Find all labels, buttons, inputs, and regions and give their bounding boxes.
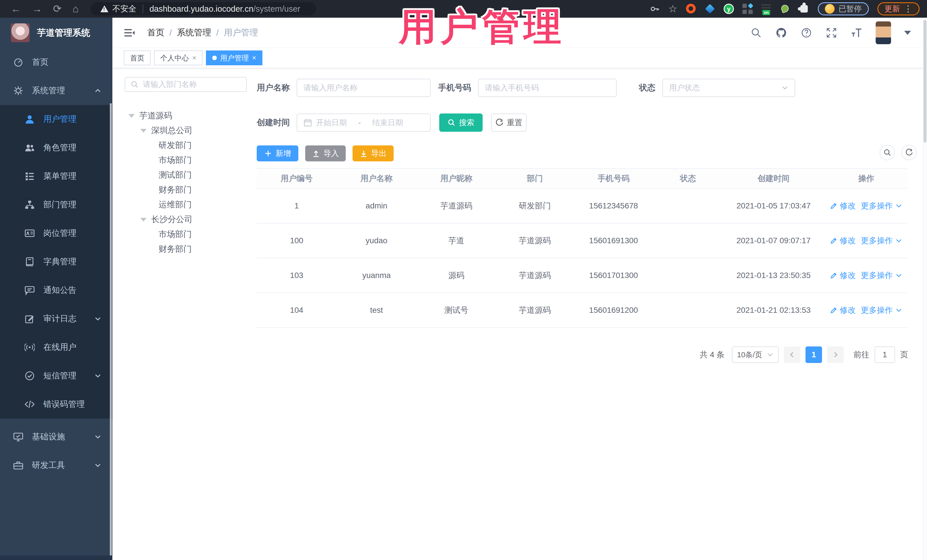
tab-user-mgmt[interactable]: 用户管理 ×: [206, 50, 263, 65]
address-bar[interactable]: 不安全 dashboard.yudao.iocoder.cn /system/u…: [91, 2, 316, 15]
close-icon[interactable]: ×: [192, 54, 196, 62]
edit-link[interactable]: 修改: [830, 235, 856, 246]
tree-node[interactable]: 财务部门: [118, 182, 252, 197]
username-field[interactable]: [296, 79, 431, 97]
tab-home[interactable]: 首页: [124, 50, 150, 65]
refresh-table-button[interactable]: [901, 145, 917, 160]
font-size-icon[interactable]: [851, 27, 863, 39]
close-icon[interactable]: ×: [252, 54, 256, 62]
tree-node[interactable]: 市场部门: [118, 153, 252, 168]
tree-node[interactable]: 长沙分公司: [118, 212, 252, 227]
add-button[interactable]: 新增: [257, 146, 298, 161]
breadcrumb-home[interactable]: 首页: [147, 27, 164, 38]
reload-icon[interactable]: ⟳: [53, 0, 62, 18]
help-icon[interactable]: [800, 27, 812, 39]
tree-caret-icon[interactable]: [128, 114, 135, 118]
profile-paused-badge[interactable]: 已暂停: [818, 2, 869, 15]
sidebar-item-notice[interactable]: 通知公告: [0, 276, 112, 305]
fullscreen-icon[interactable]: [825, 27, 837, 39]
breadcrumb-system[interactable]: 系统管理: [177, 27, 211, 38]
sidebar-item-user-mgmt[interactable]: 用户管理: [0, 105, 112, 134]
extensions-puzzle-icon[interactable]: [799, 4, 809, 14]
export-button[interactable]: 导出: [353, 146, 394, 161]
chrome-update-button[interactable]: 更新 ⋮: [877, 2, 919, 15]
col-actions: 操作: [825, 173, 907, 184]
page-size-select[interactable]: 10条/页: [732, 346, 779, 363]
sidebar-scrollbar[interactable]: [110, 103, 112, 560]
date-range-picker[interactable]: 开始日期 - 结束日期: [296, 114, 431, 132]
cell-dept: 研发部门: [496, 200, 573, 211]
extension-tadpole-icon[interactable]: [780, 4, 790, 14]
sidebar-item-role-mgmt[interactable]: 角色管理: [0, 134, 112, 162]
more-actions-link[interactable]: 更多操作: [861, 235, 903, 246]
extension-orange-icon[interactable]: [686, 4, 696, 14]
user-avatar[interactable]: [876, 21, 891, 44]
search-button[interactable]: 搜索: [439, 114, 483, 132]
github-icon[interactable]: [775, 27, 787, 39]
sidebar-item-dev-tools[interactable]: 研发工具: [0, 451, 112, 480]
kebab-menu-icon[interactable]: ⋮: [904, 6, 912, 12]
more-actions-link[interactable]: 更多操作: [861, 200, 903, 211]
edit-link[interactable]: 修改: [830, 305, 856, 316]
tree-node[interactable]: 深圳总公司: [118, 123, 252, 138]
pencil-icon: [830, 307, 837, 314]
scrollbar-thumb[interactable]: [924, 20, 926, 143]
extension-blue-drop-icon[interactable]: [705, 4, 715, 14]
mobile-input[interactable]: [485, 83, 610, 93]
extension-green-y-icon[interactable]: y: [723, 4, 734, 14]
sidebar-item-dict-mgmt[interactable]: 字典管理: [0, 247, 112, 276]
dept-tree: 芋道源码 深圳总公司 研发部门 市场部门 测试部门 财务部门 运维部门 长沙分公…: [118, 108, 252, 256]
tab-profile[interactable]: 个人中心 ×: [154, 50, 202, 65]
next-page-button[interactable]: [827, 346, 844, 363]
sidebar-item-infra[interactable]: 基础设施: [0, 423, 112, 451]
sidebar-item-sms-mgmt[interactable]: 短信管理: [0, 361, 112, 390]
tree-node[interactable]: 芋道源码: [118, 108, 252, 123]
caret-down-icon[interactable]: [904, 31, 911, 35]
more-label: 更多操作: [861, 270, 893, 281]
reset-button[interactable]: 重置: [491, 114, 527, 132]
more-actions-link[interactable]: 更多操作: [861, 305, 903, 316]
prev-page-button[interactable]: [784, 346, 800, 363]
username-input[interactable]: [304, 83, 424, 93]
tree-node[interactable]: 测试部门: [118, 168, 252, 182]
key-icon[interactable]: [649, 4, 660, 14]
status-select[interactable]: 用户状态: [662, 79, 795, 97]
page-scrollbar[interactable]: [923, 18, 927, 560]
forward-icon[interactable]: →: [32, 0, 42, 18]
import-button[interactable]: 导入: [305, 146, 346, 161]
home-icon[interactable]: ⌂: [73, 0, 79, 18]
tree-caret-icon[interactable]: [140, 218, 147, 222]
dept-search-input[interactable]: [143, 80, 241, 89]
extension-tampermonkey-icon[interactable]: on: [761, 4, 772, 14]
tree-node[interactable]: 研发部门: [118, 138, 252, 153]
tree-node[interactable]: 财务部门: [118, 242, 252, 256]
sidebar-item-errcode-mgmt[interactable]: 错误码管理: [0, 390, 112, 419]
current-page-button[interactable]: 1: [805, 346, 822, 363]
tree-node[interactable]: 运维部门: [118, 197, 252, 212]
sidebar-item-dept-mgmt[interactable]: 部门管理: [0, 190, 112, 219]
edit-link[interactable]: 修改: [830, 200, 856, 211]
tree-node[interactable]: 市场部门: [118, 227, 252, 242]
dept-search-box[interactable]: [125, 77, 247, 92]
tree-node-label: 研发部门: [159, 140, 191, 151]
edit-link[interactable]: 修改: [830, 270, 856, 281]
bookmark-star-icon[interactable]: ☆: [668, 4, 678, 14]
logo-row[interactable]: 芋道管理系统: [0, 18, 112, 48]
goto-page-input[interactable]: [874, 346, 895, 363]
hamburger-icon[interactable]: [123, 27, 136, 39]
extension-grid-icon[interactable]: [742, 4, 753, 14]
mobile-field[interactable]: [478, 79, 617, 97]
sidebar-item-audit-log[interactable]: 审计日志: [0, 305, 112, 333]
chevron-down-icon: [94, 315, 102, 322]
sidebar-item-post-mgmt[interactable]: 岗位管理: [0, 219, 112, 247]
sidebar-item-home[interactable]: 首页: [0, 48, 112, 76]
back-icon[interactable]: ←: [11, 0, 21, 18]
sidebar-item-system[interactable]: 系统管理: [0, 76, 112, 105]
search-icon[interactable]: [750, 27, 762, 39]
more-actions-link[interactable]: 更多操作: [861, 270, 903, 281]
tree-caret-icon[interactable]: [140, 129, 147, 133]
sidebar-item-online-users[interactable]: 在线用户: [0, 333, 112, 361]
sidebar-item-menu-mgmt[interactable]: 菜单管理: [0, 162, 112, 190]
sidebar-footer-strip: [0, 555, 112, 560]
show-search-button[interactable]: [880, 145, 895, 160]
